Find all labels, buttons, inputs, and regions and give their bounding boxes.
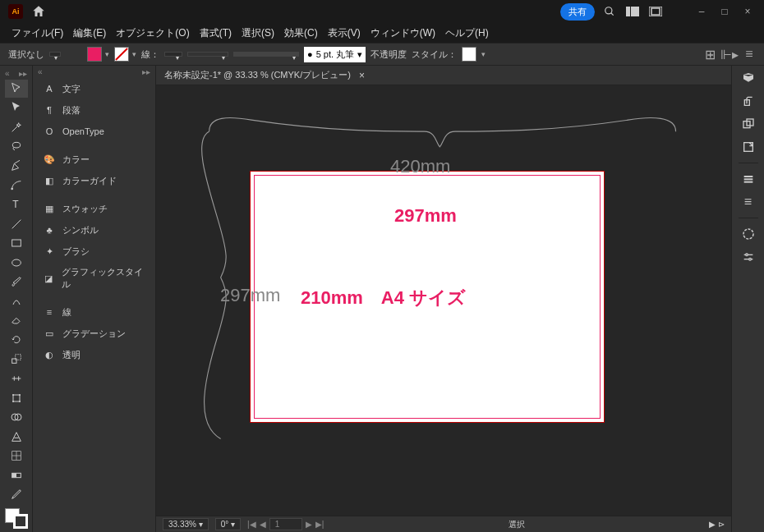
- menu-file[interactable]: ファイル(F): [7, 24, 68, 43]
- panel-label: 文字: [62, 83, 81, 95]
- svg-text:T: T: [12, 199, 19, 210]
- menu-object[interactable]: オブジェクト(O): [111, 24, 194, 43]
- align-icon[interactable]: ⊞: [703, 48, 716, 61]
- fill-stroke-control[interactable]: [5, 508, 28, 529]
- rotate-tool[interactable]: [5, 331, 28, 349]
- width-tool[interactable]: [5, 369, 28, 388]
- eraser-tool[interactable]: [5, 312, 28, 330]
- collapse-tools-icon[interactable]: «: [5, 69, 10, 78]
- menu-window[interactable]: ウィンドウ(W): [366, 24, 440, 43]
- free-transform-tool[interactable]: [5, 389, 28, 407]
- menu-view[interactable]: 表示(V): [323, 24, 366, 43]
- maximize-icon[interactable]: □: [716, 5, 733, 18]
- home-icon[interactable]: [31, 4, 46, 19]
- ellipse-tool[interactable]: [5, 254, 28, 272]
- panel-item-10[interactable]: ▭グラデーション: [33, 323, 155, 344]
- svg-rect-12: [12, 359, 16, 363]
- menu-effect[interactable]: 効果(C): [279, 24, 323, 43]
- color-wheel-icon[interactable]: [741, 227, 756, 241]
- mesh-tool[interactable]: [5, 447, 28, 465]
- share-button[interactable]: 共有: [560, 3, 595, 21]
- panel-glyph-icon: ✦: [43, 245, 56, 258]
- style-swatch[interactable]: [462, 47, 476, 62]
- appearance-panel-icon[interactable]: [741, 172, 756, 186]
- shaper-tool[interactable]: [5, 292, 28, 310]
- zoom-level[interactable]: 33.33% ▾: [163, 518, 209, 530]
- perspective-tool[interactable]: [5, 428, 28, 446]
- stroke-swatch[interactable]: [114, 47, 129, 62]
- svg-rect-5: [651, 8, 660, 15]
- eyedropper-tool[interactable]: [5, 485, 28, 503]
- panel-item-8[interactable]: ◪グラフィックスタイル: [33, 262, 155, 295]
- lasso-tool[interactable]: [5, 138, 28, 156]
- panel-glyph-icon: ¶: [43, 103, 56, 117]
- asset-export-icon[interactable]: [741, 140, 756, 154]
- type-tool[interactable]: T: [5, 195, 28, 213]
- panel-item-2[interactable]: OOpenType: [33, 121, 155, 142]
- properties-panel-icon[interactable]: [741, 71, 756, 85]
- svg-rect-10: [12, 240, 21, 246]
- search-icon[interactable]: [601, 5, 618, 18]
- shape-builder-tool[interactable]: [5, 408, 28, 426]
- direct-selection-tool[interactable]: [5, 99, 28, 117]
- svg-point-11: [12, 259, 21, 266]
- object-type-dropdown[interactable]: [49, 52, 61, 57]
- brush-definition[interactable]: ● 5 pt. 丸筆 ▾: [304, 47, 366, 62]
- more-panels-icon[interactable]: ≡: [741, 195, 756, 209]
- menu-edit[interactable]: 編集(E): [68, 24, 111, 43]
- panel-item-0[interactable]: A文字: [33, 78, 155, 99]
- panel-item-1[interactable]: ¶段落: [33, 99, 155, 121]
- panels-column: « ▸▸ A文字¶段落OOpenType🎨カラー◧カラーガイド▦スウォッチ♣シン…: [33, 66, 156, 532]
- artboard-navigation[interactable]: |◀◀ 1 ▶▶|: [247, 518, 324, 530]
- gradient-tool[interactable]: [5, 466, 28, 484]
- label-inner-height: 210mm A4 サイズ: [301, 286, 466, 310]
- minimize-icon[interactable]: –: [693, 5, 710, 18]
- scroll-right-icon[interactable]: ▶ ⊳: [709, 520, 725, 529]
- close-tab-icon[interactable]: ×: [359, 70, 365, 81]
- svg-point-6: [12, 143, 20, 149]
- panel-item-9[interactable]: ≡線: [33, 301, 155, 323]
- panel-item-4[interactable]: ◧カラーガイド: [33, 170, 155, 191]
- close-icon[interactable]: ×: [739, 5, 756, 18]
- selection-tool[interactable]: [5, 80, 28, 98]
- brush-dropdown[interactable]: [233, 52, 299, 57]
- stroke-weight-stepper[interactable]: [164, 52, 182, 57]
- workspace-icon[interactable]: [624, 5, 641, 18]
- pen-tool[interactable]: [5, 157, 28, 175]
- layers-panel-icon[interactable]: [741, 94, 756, 108]
- panel-glyph-icon: 🎨: [43, 153, 56, 166]
- menu-type[interactable]: 書式(T): [195, 24, 237, 43]
- line-tool[interactable]: [5, 215, 28, 233]
- rotate-view[interactable]: 0° ▾: [215, 518, 241, 530]
- collapse-panels-icon[interactable]: «: [38, 67, 43, 76]
- svg-rect-2: [626, 7, 630, 16]
- expand-panels-icon[interactable]: ▸▸: [142, 67, 150, 76]
- magic-wand-tool[interactable]: [5, 118, 28, 136]
- fill-swatch[interactable]: [87, 47, 102, 62]
- selection-state: 選択なし: [8, 48, 44, 61]
- panel-item-6[interactable]: ♣シンボル: [33, 219, 155, 241]
- arrange-icon[interactable]: [647, 5, 664, 18]
- rectangle-tool[interactable]: [5, 234, 28, 252]
- panel-item-11[interactable]: ◐透明: [33, 344, 155, 365]
- document-tab-title[interactable]: 名称未設定-1* @ 33.33 % (CMYK/プレビュー): [164, 69, 351, 81]
- scale-tool[interactable]: [5, 351, 28, 369]
- menu-select[interactable]: 選択(S): [237, 24, 279, 43]
- transform-icon[interactable]: ⊩▸: [723, 48, 736, 61]
- canvas[interactable]: 420mm 297mm 297mm 210mm A4 サイズ: [156, 85, 731, 516]
- settings-icon[interactable]: [741, 250, 756, 264]
- curvature-tool[interactable]: [5, 177, 28, 195]
- menu-help[interactable]: ヘルプ(H): [440, 24, 494, 43]
- style-label: スタイル：: [412, 48, 457, 61]
- tools-menu-icon[interactable]: ▸▸: [19, 69, 27, 78]
- panel-label: 透明: [62, 349, 81, 361]
- panel-item-7[interactable]: ✦ブラシ: [33, 241, 155, 262]
- svg-point-15: [12, 394, 14, 396]
- profile-dropdown[interactable]: [187, 52, 228, 57]
- paintbrush-tool[interactable]: [5, 273, 28, 291]
- svg-rect-3: [631, 7, 639, 16]
- panel-item-3[interactable]: 🎨カラー: [33, 149, 155, 170]
- more-options-icon[interactable]: ≡: [743, 48, 756, 61]
- panel-item-5[interactable]: ▦スウォッチ: [33, 198, 155, 219]
- libraries-panel-icon[interactable]: [741, 117, 756, 131]
